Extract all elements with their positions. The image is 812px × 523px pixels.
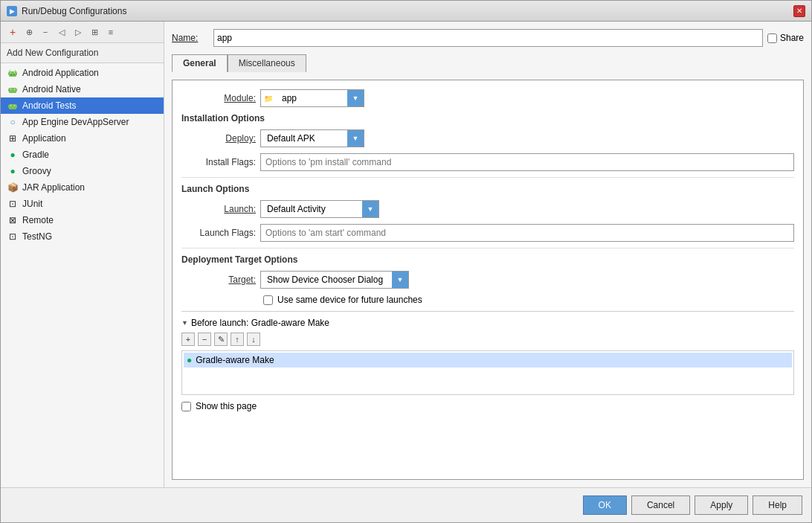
before-launch-section: ▼ Before launch: Gradle-aware Make + − ✎… — [181, 311, 794, 395]
same-device-checkbox[interactable] — [263, 295, 273, 305]
left-panel: + ⊕ − ◁ ▷ ⊞ ≡ Add New Configuration — [1, 22, 164, 487]
gradle-make-icon: ● — [187, 355, 192, 365]
launch-flags-label: Launch Flags: — [181, 228, 256, 238]
tab-miscellaneous[interactable]: Miscellaneous — [228, 54, 306, 72]
svg-rect-16 — [16, 105, 17, 108]
tab-bar: General Miscellaneous — [172, 54, 804, 72]
config-tree: Android Application Android Native — [1, 63, 164, 487]
main-content: + ⊕ − ◁ ▷ ⊞ ≡ Add New Configuration — [1, 22, 811, 487]
sidebar-item-android-native[interactable]: Android Native — [1, 81, 164, 97]
module-dropdown-btn[interactable]: ▼ — [347, 90, 364, 106]
launch-select[interactable]: Default Activity ▼ — [260, 200, 379, 218]
before-launch-item-gradle[interactable]: ● Gradle-aware Make — [184, 353, 792, 368]
show-page-checkbox[interactable] — [181, 402, 191, 411]
share-label: Share — [780, 33, 804, 43]
sidebar-item-testng-label: TestNG — [22, 231, 52, 242]
deploy-row: Deploy: Default APK ▼ — [181, 129, 794, 147]
deploy-dropdown-btn[interactable]: ▼ — [347, 130, 364, 147]
sidebar-item-app-engine[interactable]: ○ App Engine DevAppServer — [1, 114, 164, 130]
toolbar-delete-btn[interactable]: − — [38, 25, 53, 39]
svg-rect-14 — [9, 104, 16, 109]
app-engine-icon: ○ — [7, 116, 19, 128]
collapse-arrow-icon[interactable]: ▼ — [181, 319, 188, 327]
sidebar-item-gradle[interactable]: ● Gradle — [1, 147, 164, 163]
toolbar-menu-btn[interactable]: ≡ — [103, 25, 118, 39]
toolbar-right-btn[interactable]: ▷ — [71, 25, 86, 39]
before-launch-header: ▼ Before launch: Gradle-aware Make — [181, 318, 794, 328]
apply-button[interactable]: Apply — [695, 495, 748, 515]
share-checkbox[interactable] — [767, 33, 777, 43]
sidebar-item-remote[interactable]: ⊠ Remote — [1, 212, 164, 228]
sidebar-item-junit-label: JUnit — [22, 199, 42, 209]
sidebar-item-jar-application[interactable]: 📦 JAR Application — [1, 179, 164, 196]
target-dropdown-btn[interactable]: ▼ — [392, 272, 408, 288]
ok-button[interactable]: OK — [583, 495, 627, 515]
sidebar-item-android-tests[interactable]: Android Tests — [1, 97, 164, 114]
close-button[interactable]: ✕ — [793, 5, 805, 17]
target-select[interactable]: Show Device Chooser Dialog ▼ — [260, 271, 409, 289]
sidebar-item-junit[interactable]: ⊡ JUnit — [1, 196, 164, 212]
svg-point-12 — [10, 89, 11, 89]
run-debug-configurations-dialog: ▶ Run/Debug Configurations ✕ + ⊕ − ◁ ▷ ⊞… — [0, 0, 812, 523]
sidebar-item-android-tests-label: Android Tests — [22, 100, 77, 111]
launch-value: Default Activity — [261, 202, 362, 216]
toolbar-sort-btn[interactable]: ⊞ — [87, 25, 102, 39]
install-flags-label: Install Flags: — [181, 157, 256, 167]
cancel-button[interactable]: Cancel — [631, 495, 690, 515]
tab-general[interactable]: General — [172, 54, 228, 72]
testng-icon: ⊡ — [7, 231, 19, 243]
show-page-label: Show this page — [196, 401, 257, 411]
sidebar-item-testng[interactable]: ⊡ TestNG — [1, 228, 164, 245]
toolbar-add-btn[interactable]: + — [5, 25, 20, 39]
divider-1 — [181, 177, 794, 178]
svg-rect-10 — [8, 89, 10, 92]
window-icon: ▶ — [7, 6, 17, 16]
module-icon: 📁 — [261, 94, 276, 103]
target-value: Show Device Chooser Dialog — [261, 273, 392, 286]
svg-rect-4 — [13, 74, 15, 76]
bl-remove-btn[interactable]: − — [198, 333, 211, 346]
jar-icon: 📦 — [7, 182, 19, 193]
config-toolbar: + ⊕ − ◁ ▷ ⊞ ≡ — [1, 22, 164, 43]
sidebar-item-groovy[interactable]: ● Groovy — [1, 163, 164, 179]
deploy-value: Default APK — [261, 132, 347, 145]
toolbar-left-btn[interactable]: ◁ — [54, 25, 69, 39]
application-icon: ⊞ — [7, 132, 19, 144]
name-input[interactable] — [213, 29, 763, 47]
install-flags-row: Install Flags: — [181, 153, 794, 171]
same-device-row: Use same device for future launches — [263, 295, 794, 305]
svg-rect-1 — [8, 72, 10, 75]
divider-2 — [181, 248, 794, 248]
name-row: Name: Share — [172, 29, 804, 47]
target-label: Target: — [181, 275, 256, 285]
sidebar-item-android-application[interactable]: Android Application — [1, 65, 164, 81]
module-label: Module: — [181, 93, 256, 103]
show-page-row: Show this page — [181, 401, 794, 411]
sidebar-item-application[interactable]: ⊞ Application — [1, 130, 164, 147]
bl-edit-btn[interactable]: ✎ — [214, 333, 228, 346]
module-select[interactable]: 📁 app ▼ — [260, 89, 364, 107]
android-icon — [7, 67, 19, 79]
groovy-icon: ● — [7, 165, 19, 177]
name-label: Name: — [172, 33, 209, 43]
deploy-select[interactable]: Default APK ▼ — [260, 129, 364, 147]
right-panel: Name: Share General Miscellaneous Module… — [164, 22, 811, 487]
before-launch-item-label: Gradle-aware Make — [196, 355, 274, 365]
bl-down-btn[interactable]: ↓ — [247, 333, 260, 346]
svg-rect-11 — [16, 89, 17, 92]
toolbar-copy-btn[interactable]: ⊕ — [22, 25, 36, 39]
gradle-icon: ● — [7, 149, 19, 161]
svg-rect-9 — [9, 88, 16, 93]
launch-flags-input[interactable] — [260, 224, 794, 242]
bl-add-btn[interactable]: + — [181, 333, 195, 346]
launch-dropdown-btn[interactable]: ▼ — [362, 201, 378, 217]
bottom-bar: OK Cancel Apply Help — [1, 487, 811, 522]
sidebar-item-groovy-label: Groovy — [22, 166, 51, 176]
help-button[interactable]: Help — [753, 495, 802, 515]
install-flags-input[interactable] — [260, 153, 794, 171]
deployment-target-header: Deployment Target Options — [181, 254, 794, 265]
same-device-label: Use same device for future launches — [277, 295, 422, 305]
window-title: Run/Debug Configurations — [22, 6, 126, 16]
bl-up-btn[interactable]: ↑ — [231, 333, 244, 346]
add-new-config-label: Add New Configuration — [1, 43, 164, 63]
